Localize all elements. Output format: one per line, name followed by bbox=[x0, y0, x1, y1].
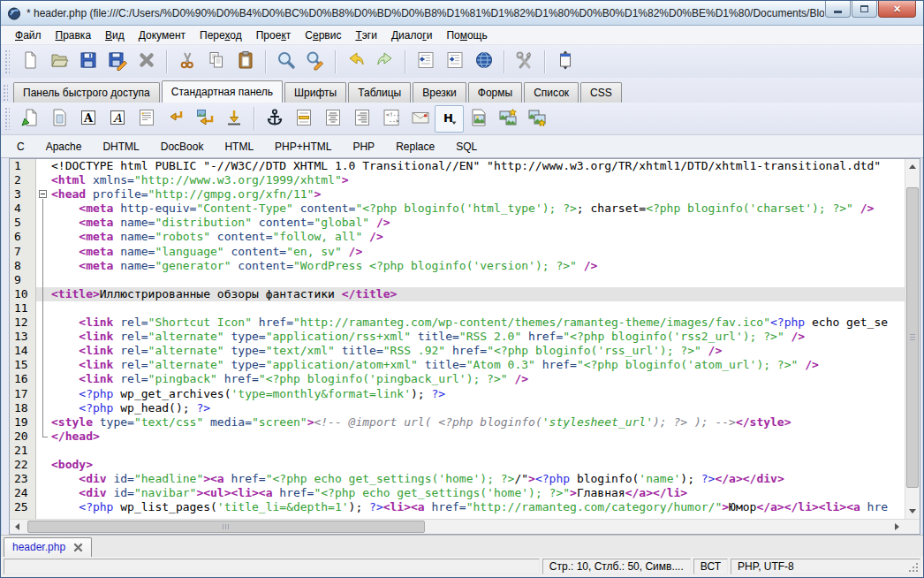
menu-Проект[interactable]: Проект bbox=[249, 27, 299, 44]
break-and-clear-button[interactable] bbox=[190, 105, 219, 133]
quickstart-button[interactable] bbox=[15, 105, 44, 133]
code-line[interactable]: 23 <div id="headline"><a href="<?php ech… bbox=[10, 472, 905, 486]
code-line[interactable]: 21 bbox=[10, 444, 905, 458]
menu-Документ[interactable]: Документ bbox=[132, 27, 193, 44]
unindent-button[interactable] bbox=[411, 48, 440, 75]
panel-tab-Панель быстрого доступа[interactable]: Панель быстрого доступа bbox=[13, 82, 160, 103]
code-line[interactable]: 8 <meta name="generator" content="WordPr… bbox=[10, 259, 905, 273]
find-button[interactable] bbox=[271, 48, 300, 75]
insert-image-button[interactable] bbox=[464, 105, 493, 133]
code-line[interactable]: 24 <div id="navibar"><ul><li><a href="<?… bbox=[10, 486, 905, 500]
panel-tab-Стандартная панель[interactable]: Стандартная панель bbox=[162, 80, 283, 103]
fold-collapse-icon[interactable] bbox=[39, 190, 47, 198]
code-line[interactable]: 12 <link rel="Shortcut Icon" href="http:… bbox=[10, 316, 905, 330]
title-bar[interactable]: * header.php (file:///C:/Users/%D0%90%D0… bbox=[1, 1, 923, 26]
close-file-button[interactable] bbox=[132, 48, 161, 75]
open-file-button[interactable] bbox=[44, 48, 73, 75]
panel-tab-CSS[interactable]: CSS bbox=[580, 82, 622, 103]
menu-Помощь[interactable]: Помощь bbox=[439, 27, 494, 44]
document-tab[interactable]: header.php bbox=[4, 537, 92, 557]
cut-button[interactable] bbox=[172, 48, 201, 75]
code-line[interactable]: 15 <link rel="alternate" type="applicati… bbox=[10, 358, 905, 372]
code-line[interactable]: 11 bbox=[10, 301, 905, 316]
preferences-button[interactable] bbox=[510, 48, 539, 75]
code-line[interactable]: 4 <meta http-equiv="Content-Type" conten… bbox=[10, 202, 905, 216]
code-line[interactable]: 2<html xmlns="http://www.w3.org/1999/xht… bbox=[10, 173, 905, 187]
close-button[interactable]: ✕ bbox=[878, 1, 916, 18]
code-line[interactable]: 7 <meta name="language" content="en, sv"… bbox=[10, 245, 905, 259]
center-button[interactable] bbox=[318, 105, 347, 133]
snippet-tab-C[interactable]: C bbox=[6, 137, 35, 156]
thumbnail-button[interactable] bbox=[493, 105, 522, 133]
preview-in-browser-button[interactable] bbox=[469, 48, 498, 75]
non-breaking-space-button[interactable] bbox=[219, 105, 248, 133]
horizontal-scrollbar[interactable] bbox=[10, 519, 920, 534]
email-button[interactable] bbox=[405, 105, 435, 133]
scroll-down-button[interactable] bbox=[905, 504, 920, 519]
anchor-button[interactable] bbox=[260, 105, 289, 133]
menu-Вид[interactable]: Вид bbox=[98, 27, 132, 44]
heading-button[interactable]: H bbox=[435, 105, 464, 133]
snippet-tab-SQL[interactable]: SQL bbox=[445, 137, 488, 156]
code-line[interactable]: 6 <meta name="robots" content="follow, a… bbox=[10, 230, 905, 244]
horizontal-scrollbar-thumb[interactable] bbox=[27, 521, 425, 533]
menu-Правка[interactable]: Правка bbox=[49, 27, 99, 44]
save-as-button[interactable] bbox=[102, 48, 132, 75]
undo-button[interactable] bbox=[341, 48, 370, 75]
panel-tab-Шрифты[interactable]: Шрифты bbox=[284, 82, 346, 103]
minimize-button[interactable] bbox=[825, 1, 851, 18]
code-line[interactable]: 17 <?php wp_get_archives('type=monthly&f… bbox=[10, 387, 905, 401]
menu-Тэги[interactable]: Тэги bbox=[348, 27, 384, 44]
code-line[interactable]: 1<!DOCTYPE html PUBLIC "-//W3C//DTD XHTM… bbox=[10, 159, 905, 173]
snippet-tab-PHP+HTML[interactable]: PHP+HTML bbox=[264, 137, 342, 156]
menu-Переход[interactable]: Переход bbox=[193, 27, 249, 44]
menu-Диалоги[interactable]: Диалоги bbox=[384, 27, 439, 44]
code-line[interactable]: 5 <meta name="distribution" content="glo… bbox=[10, 216, 905, 230]
menu-Файл[interactable]: Файл bbox=[8, 27, 49, 44]
code-line[interactable]: 22<body> bbox=[10, 458, 905, 472]
snippet-tab-PHP[interactable]: PHP bbox=[342, 137, 385, 156]
snippet-tab-HTML[interactable]: HTML bbox=[214, 137, 264, 156]
code-line[interactable]: 20</head> bbox=[10, 430, 905, 444]
indent-button[interactable] bbox=[440, 48, 469, 75]
scroll-right-button[interactable] bbox=[890, 520, 905, 534]
panel-tab-Таблицы[interactable]: Таблицы bbox=[348, 82, 411, 103]
code-line[interactable]: 16 <link rel="pingback" href="<?php blog… bbox=[10, 372, 905, 386]
code-line[interactable]: 13 <link rel="alternate" type="applicati… bbox=[10, 330, 905, 344]
menu-Сервис[interactable]: Сервис bbox=[298, 27, 348, 44]
snippet-tab-DHTML[interactable]: DHTML bbox=[92, 137, 149, 156]
new-file-button[interactable] bbox=[15, 48, 44, 75]
redo-button[interactable] bbox=[370, 48, 399, 75]
right-justify-button[interactable] bbox=[347, 105, 376, 133]
code-line[interactable]: 25 <?php wp_list_pages('title_li=&depth=… bbox=[10, 500, 905, 514]
fullscreen-button[interactable] bbox=[550, 48, 579, 75]
code-line[interactable]: 14 <link rel="alternate" type="text/xml"… bbox=[10, 344, 905, 358]
italic-button[interactable]: A bbox=[102, 105, 132, 133]
snippet-tab-Apache[interactable]: Apache bbox=[35, 137, 93, 156]
find-and-replace-button[interactable] bbox=[300, 48, 329, 75]
panel-tab-Врезки[interactable]: Врезки bbox=[413, 82, 466, 103]
horizontal-scrollbar-track[interactable] bbox=[25, 520, 890, 534]
comment-button[interactable]: <!----> bbox=[376, 105, 405, 133]
code-line[interactable]: 19<style type="text/css" media="screen">… bbox=[10, 415, 905, 430]
code-area[interactable]: 1<!DOCTYPE html PUBLIC "-//W3C//DTD XHTM… bbox=[10, 159, 905, 519]
code-line[interactable]: 10<title>Иллюстрированные обзоры фантаст… bbox=[10, 287, 905, 301]
copy-button[interactable] bbox=[201, 48, 231, 75]
multi-thumbnail-button[interactable] bbox=[522, 105, 551, 133]
vertical-scrollbar[interactable] bbox=[905, 159, 920, 519]
code-line[interactable]: 9 bbox=[10, 273, 905, 287]
scroll-up-button[interactable] bbox=[905, 159, 920, 174]
body-button[interactable] bbox=[44, 105, 73, 133]
paragraph-button[interactable] bbox=[132, 105, 161, 133]
vertical-scrollbar-thumb[interactable] bbox=[906, 187, 919, 488]
code-line[interactable]: 18 <?php wp_head(); ?> bbox=[10, 401, 905, 415]
panel-tab-Формы[interactable]: Формы bbox=[468, 82, 522, 103]
line-break-button[interactable] bbox=[161, 105, 190, 133]
panel-tab-Список[interactable]: Список bbox=[524, 82, 579, 103]
snippet-tab-Replace[interactable]: Replace bbox=[385, 137, 445, 156]
save-button[interactable] bbox=[73, 48, 102, 75]
tab-close-icon[interactable] bbox=[73, 543, 83, 552]
paste-button[interactable] bbox=[231, 48, 260, 75]
code-line[interactable]: 3<head profile="http://gmpg.org/xfn/11"> bbox=[10, 187, 905, 202]
snippet-tab-DocBook[interactable]: DocBook bbox=[150, 137, 215, 156]
